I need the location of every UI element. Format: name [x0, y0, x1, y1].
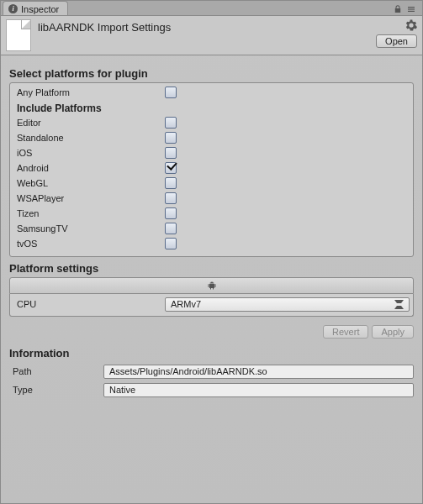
popup-menu-icon[interactable]	[407, 5, 415, 13]
platform-checkbox[interactable]	[165, 147, 177, 159]
platform-label: Tizen	[13, 208, 165, 218]
revert-button[interactable]: Revert	[323, 325, 368, 339]
platform-checkbox[interactable]	[165, 238, 177, 249]
platform-label: SamsungTV	[13, 223, 165, 234]
any-platform-label: Any Platform	[13, 87, 165, 97]
tab-bar: i Inspector	[1, 1, 422, 16]
platform-checkbox[interactable]	[165, 192, 177, 204]
platform-row: WSAPlayer	[13, 191, 410, 206]
svg-rect-0	[408, 7, 415, 8]
file-icon	[6, 19, 31, 51]
platforms-box: Any Platform Include Platforms EditorSta…	[9, 82, 414, 257]
platform-checkbox[interactable]	[165, 177, 177, 189]
tab-inspector[interactable]: i Inspector	[3, 1, 68, 15]
platform-label: Standalone	[13, 133, 165, 143]
content: Select platforms for plugin Any Platform…	[1, 55, 422, 399]
platform-row: Tizen	[13, 206, 410, 221]
platform-settings-box: CPU ARMv7	[9, 277, 414, 317]
cpu-dropdown[interactable]: ARMv7	[165, 297, 410, 312]
platform-checkbox[interactable]	[165, 162, 177, 174]
info-path-label: Path	[9, 366, 103, 376]
platform-checkbox[interactable]	[165, 223, 177, 234]
svg-rect-2	[408, 11, 415, 12]
any-platform-checkbox[interactable]	[165, 87, 177, 98]
asset-header: libAARNDK Import Settings Open	[1, 16, 422, 55]
platform-row: Editor	[13, 115, 410, 130]
apply-row: Revert Apply	[9, 317, 414, 342]
platform-label: Android	[13, 163, 165, 173]
platform-row: iOS	[13, 145, 410, 160]
platforms-title: Select platforms for plugin	[9, 62, 414, 82]
platform-list: EditorStandaloneiOSAndroidWebGLWSAPlayer…	[13, 115, 410, 251]
svg-rect-1	[408, 8, 415, 9]
platform-label: tvOS	[13, 239, 165, 249]
gear-icon[interactable]	[405, 19, 417, 31]
cpu-label: CPU	[13, 299, 165, 309]
cpu-value: ARMv7	[171, 299, 201, 309]
cpu-row: CPU ARMv7	[13, 296, 410, 312]
info-type-row: Type Native	[9, 381, 414, 399]
platform-label: Editor	[13, 118, 165, 128]
apply-button[interactable]: Apply	[372, 325, 414, 339]
info-path-row: Path Assets/Plugins/Android/libAARNDK.so	[9, 362, 414, 381]
platform-checkbox[interactable]	[165, 117, 177, 129]
platform-label: WSAPlayer	[13, 193, 165, 203]
platform-label: iOS	[13, 148, 165, 158]
any-platform-row: Any Platform	[13, 85, 410, 100]
platform-settings-title: Platform settings	[9, 257, 414, 277]
inspector-panel: i Inspector libAARNDK Import Settings Op…	[0, 0, 423, 504]
info-path-value: Assets/Plugins/Android/libAARNDK.so	[103, 365, 414, 379]
asset-title: libAARNDK Import Settings	[38, 19, 171, 34]
tab-bar-right	[394, 5, 422, 15]
tab-label: Inspector	[21, 4, 59, 14]
platform-row: Standalone	[13, 130, 410, 145]
platform-tab-android[interactable]	[9, 277, 414, 294]
open-button[interactable]: Open	[376, 34, 417, 48]
inspector-icon: i	[8, 4, 18, 13]
platform-row: Android	[13, 160, 410, 176]
platform-row: tvOS	[13, 236, 410, 251]
header-right: Open	[376, 19, 417, 48]
platform-checkbox[interactable]	[165, 207, 177, 219]
include-platforms-title: Include Platforms	[13, 100, 410, 115]
information-title: Information	[9, 342, 414, 362]
info-type-value: Native	[103, 383, 414, 397]
platform-settings-body: CPU ARMv7	[9, 294, 414, 317]
platform-row: SamsungTV	[13, 221, 410, 236]
android-icon	[207, 281, 217, 291]
info-type-label: Type	[9, 385, 103, 395]
lock-icon[interactable]	[394, 5, 402, 13]
platform-row: WebGL	[13, 176, 410, 191]
platform-label: WebGL	[13, 178, 165, 188]
platform-checkbox[interactable]	[165, 132, 177, 144]
